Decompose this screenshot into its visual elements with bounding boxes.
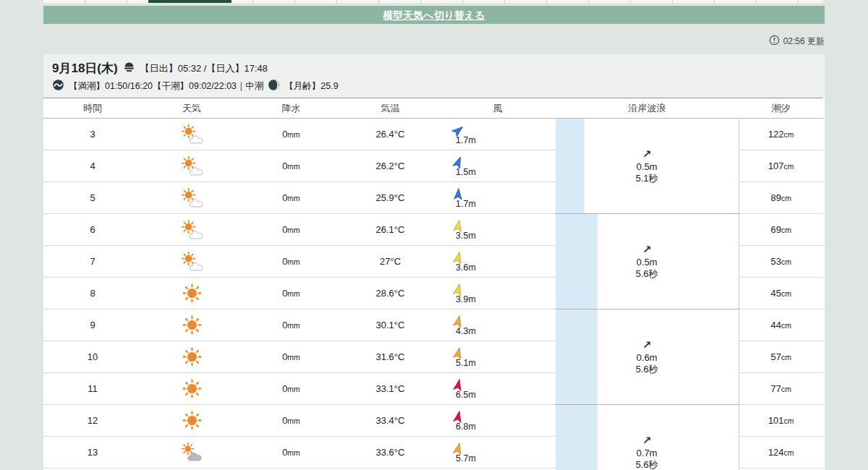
precip-cell: 0mm	[242, 437, 341, 469]
precip-cell: 0mm	[242, 182, 341, 214]
layout-switch-banner: 横型天気へ切り替える	[43, 6, 825, 24]
wave-direction-arrow: ↗	[642, 434, 652, 446]
precip-cell: 0mm	[242, 150, 341, 182]
wind-cell: 1.5m	[440, 150, 556, 182]
precip-cell: 0mm	[242, 214, 341, 246]
weather-cell	[142, 437, 242, 469]
weather-cell	[142, 246, 242, 278]
temp-cell: 33.6°C	[341, 437, 440, 469]
wind-cell: 3.6m	[440, 246, 556, 278]
col-header-temp: 気温	[341, 98, 440, 119]
moon-age: 【月齢】25.9	[284, 80, 338, 93]
wave-direction-arrow: ↗	[642, 338, 652, 351]
temp-cell: 26.1°C	[341, 214, 440, 246]
temp-cell: 33.1°C	[341, 373, 440, 405]
tide-cell: 107cm	[739, 150, 823, 182]
temp-cell: 26.2°C	[341, 150, 440, 182]
tide-cell: 101cm	[739, 405, 823, 437]
col-header-precip: 降水	[242, 98, 341, 119]
date-label: 9月18日(木)	[52, 60, 118, 77]
wave-period: 5.1秒	[636, 173, 658, 184]
temp-cell: 26.4°C	[341, 119, 440, 150]
wind-cell: 3.5m	[440, 214, 556, 246]
wind-cell: 3.9m	[440, 278, 556, 309]
tide-cell: 122cm	[739, 119, 823, 150]
updated-time: 02:56 更新	[783, 35, 825, 48]
weather-cell	[142, 182, 242, 214]
temp-cell: 27°C	[341, 246, 440, 278]
sunny-icon	[182, 283, 202, 303]
sun-and-cloud-icon	[180, 156, 204, 176]
weather-cell	[142, 373, 242, 405]
wave-period: 5.6秒	[636, 459, 658, 470]
sun-times: 【日出】05:32 /【日入】17:48	[140, 62, 268, 75]
wind-direction-arrow-icon	[451, 187, 465, 201]
tide-times: 【満潮】01:50/16:20【干潮】09:02/22:03｜中潮	[69, 80, 263, 93]
precip-cell: 0mm	[242, 119, 341, 150]
sun-and-cloud-icon	[180, 220, 204, 239]
weather-cell	[142, 309, 242, 341]
switch-to-horizontal-link[interactable]: 横型天気へ切り替える	[383, 9, 485, 21]
hour-cell: 5	[43, 182, 142, 214]
wave-height: 0.5m	[637, 257, 658, 268]
wind-cell: 1.7m	[440, 182, 556, 214]
hourly-forecast-table: 時間 天気 降水 気温 風 沿岸波浪 潮汐 30mm26.4°C1.7m↗0.5…	[43, 98, 823, 470]
tide-icon	[52, 79, 64, 93]
sunny-icon	[182, 379, 202, 398]
hour-cell: 4	[43, 150, 142, 182]
weather-cell	[142, 150, 242, 182]
sun-and-cloud-icon	[180, 252, 204, 271]
col-header-wind: 風	[440, 98, 556, 119]
tide-cell: 44cm	[739, 309, 823, 341]
moon-icon	[268, 79, 280, 93]
tide-cell: 77cm	[739, 373, 823, 405]
temp-cell: 33.4°C	[341, 405, 440, 437]
table-row: 30mm26.4°C1.7m↗0.5m5.1秒122cm	[43, 119, 823, 150]
hour-cell: 13	[43, 437, 142, 469]
wave-height: 0.7m	[637, 448, 658, 458]
wind-cell: 5.1m	[440, 341, 556, 373]
precip-cell: 0mm	[242, 373, 341, 405]
precip-cell: 0mm	[242, 341, 341, 373]
temp-cell: 30.1°C	[341, 309, 440, 341]
weather-cell	[142, 341, 242, 373]
info-icon[interactable]	[769, 35, 780, 48]
weather-cell	[142, 405, 242, 437]
hour-cell: 6	[43, 214, 142, 246]
weather-cell	[142, 119, 242, 150]
weather-cell	[142, 214, 242, 246]
tide-cell: 124cm	[739, 437, 823, 469]
wave-height: 0.6m	[637, 352, 658, 363]
table-header-row: 時間 天気 降水 気温 風 沿岸波浪 潮汐	[43, 98, 823, 119]
wave-group-cell: ↗0.5m5.6秒	[556, 214, 739, 309]
sun-and-cloud-icon	[180, 124, 204, 144]
wind-cell: 1.7m	[440, 119, 556, 150]
hour-cell: 8	[43, 278, 142, 309]
hour-cell: 9	[43, 309, 142, 341]
wind-cell: 4.3m	[440, 309, 556, 341]
tide-cell: 57cm	[739, 341, 823, 373]
wind-cell: 6.8m	[440, 405, 556, 437]
sun-behind-gray-cloud-icon	[180, 443, 204, 462]
sunrise-icon	[123, 61, 135, 76]
forecast-panel: 9月18日(木) 【日出】05:32 /【日入】17:48 【満潮】01:50/…	[43, 54, 825, 470]
temp-cell: 31.6°C	[341, 341, 440, 373]
wave-direction-arrow: ↗	[642, 148, 652, 160]
updated-bar: 02:56 更新	[43, 35, 825, 47]
sunny-icon	[182, 411, 202, 430]
wave-direction-arrow: ↗	[642, 243, 652, 255]
wave-group-cell: ↗0.5m5.1秒	[556, 119, 739, 214]
wave-group-cell: ↗0.7m5.6秒	[556, 405, 739, 470]
tide-cell: 45cm	[739, 278, 823, 309]
hour-cell: 10	[43, 341, 142, 373]
temp-cell: 28.6°C	[341, 278, 440, 309]
wave-height: 0.5m	[637, 161, 658, 172]
active-tab[interactable]	[148, 0, 231, 3]
col-header-wave: 沿岸波浪	[556, 98, 739, 119]
table-row: 120mm33.4°C6.8m↗0.7m5.6秒101cm	[43, 405, 823, 437]
tide-cell: 69cm	[739, 214, 823, 246]
precip-cell: 0mm	[242, 278, 341, 309]
col-header-weather: 天気	[142, 98, 242, 119]
precip-cell: 0mm	[242, 405, 341, 437]
wave-period: 5.6秒	[636, 364, 658, 375]
